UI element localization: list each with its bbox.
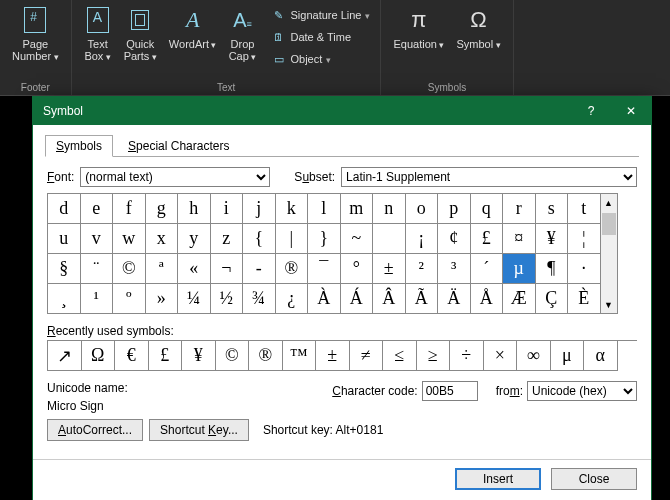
grid-scrollbar[interactable]: ▲ ▼ bbox=[601, 193, 618, 314]
recent-cell[interactable]: × bbox=[484, 341, 518, 371]
char-cell[interactable]: ¢ bbox=[438, 224, 471, 254]
autocorrect-button[interactable]: AutoCorrect... bbox=[47, 419, 143, 441]
char-cell[interactable]: ¾ bbox=[243, 284, 276, 314]
char-cell[interactable]: ¯ bbox=[308, 254, 341, 284]
close-button[interactable]: Close bbox=[551, 468, 637, 490]
char-cell[interactable]: j bbox=[243, 194, 276, 224]
char-cell[interactable]: £ bbox=[471, 224, 504, 254]
char-cell[interactable]: ¸ bbox=[48, 284, 81, 314]
char-cell[interactable]: k bbox=[276, 194, 309, 224]
char-cell[interactable]: ° bbox=[341, 254, 374, 284]
char-cell[interactable]: e bbox=[81, 194, 114, 224]
char-cell[interactable]: w bbox=[113, 224, 146, 254]
char-cell[interactable]: h bbox=[178, 194, 211, 224]
recent-cell[interactable]: ÷ bbox=[450, 341, 484, 371]
char-cell[interactable]: l bbox=[308, 194, 341, 224]
char-cell[interactable]: o bbox=[406, 194, 439, 224]
char-cell[interactable]: § bbox=[48, 254, 81, 284]
page-number-button[interactable]: # Page Number bbox=[6, 2, 65, 72]
char-cell[interactable]: ¦ bbox=[568, 224, 601, 254]
recent-cell[interactable]: ± bbox=[316, 341, 350, 371]
char-cell[interactable]: ¥ bbox=[536, 224, 569, 254]
char-cell[interactable]: q bbox=[471, 194, 504, 224]
char-cell[interactable]: Â bbox=[373, 284, 406, 314]
char-cell[interactable]: d bbox=[48, 194, 81, 224]
char-cell[interactable]: Æ bbox=[503, 284, 536, 314]
recent-cell[interactable]: © bbox=[216, 341, 250, 371]
char-cell[interactable]: } bbox=[308, 224, 341, 254]
help-button[interactable]: ? bbox=[571, 97, 611, 125]
recent-cell[interactable]: α bbox=[584, 341, 618, 371]
drop-cap-button[interactable]: A≡ Drop Cap bbox=[223, 2, 263, 72]
char-cell[interactable]: À bbox=[308, 284, 341, 314]
char-cell[interactable]: ³ bbox=[438, 254, 471, 284]
scroll-up-button[interactable]: ▲ bbox=[601, 194, 617, 211]
char-cell[interactable]: t bbox=[568, 194, 601, 224]
tab-special-characters[interactable]: Special Characters bbox=[117, 135, 240, 157]
recent-cell[interactable]: ≠ bbox=[350, 341, 384, 371]
char-cell[interactable]: u bbox=[48, 224, 81, 254]
char-cell[interactable]: ~ bbox=[341, 224, 374, 254]
char-cell[interactable]: º bbox=[113, 284, 146, 314]
char-cell[interactable]: v bbox=[81, 224, 114, 254]
subset-select[interactable]: Latin-1 Supplement bbox=[341, 167, 637, 187]
char-cell[interactable]: ¼ bbox=[178, 284, 211, 314]
recent-cell[interactable]: ≤ bbox=[383, 341, 417, 371]
recent-cell[interactable]: ↗ bbox=[48, 341, 82, 371]
char-cell[interactable]: » bbox=[146, 284, 179, 314]
symbol-button[interactable]: Ω Symbol bbox=[450, 2, 506, 72]
char-cell[interactable] bbox=[373, 224, 406, 254]
font-select[interactable]: (normal text) bbox=[80, 167, 270, 187]
recent-cell[interactable]: ≥ bbox=[417, 341, 451, 371]
equation-button[interactable]: π Equation bbox=[387, 2, 450, 72]
char-cell[interactable]: z bbox=[211, 224, 244, 254]
recent-cell[interactable]: £ bbox=[149, 341, 183, 371]
recent-cell[interactable]: ∞ bbox=[517, 341, 551, 371]
char-cell[interactable]: { bbox=[243, 224, 276, 254]
wordart-button[interactable]: A WordArt bbox=[163, 2, 223, 72]
char-code-input[interactable] bbox=[422, 381, 478, 401]
dialog-titlebar[interactable]: Symbol ? ✕ bbox=[33, 97, 651, 125]
char-cell[interactable]: g bbox=[146, 194, 179, 224]
scroll-down-button[interactable]: ▼ bbox=[601, 296, 617, 313]
shortcut-key-button[interactable]: Shortcut Key... bbox=[149, 419, 249, 441]
character-grid[interactable]: defghijklmnopqrstuvwxyz{|}~¡¢£¤¥¦§¨©ª«¬-… bbox=[47, 193, 601, 314]
char-cell[interactable]: Å bbox=[471, 284, 504, 314]
char-cell[interactable]: ¶ bbox=[536, 254, 569, 284]
char-cell[interactable]: - bbox=[243, 254, 276, 284]
quick-parts-button[interactable]: Quick Parts bbox=[118, 2, 163, 72]
char-cell[interactable]: m bbox=[341, 194, 374, 224]
char-cell[interactable]: È bbox=[568, 284, 601, 314]
scroll-track[interactable] bbox=[601, 211, 617, 296]
char-cell[interactable]: ´ bbox=[471, 254, 504, 284]
char-cell[interactable]: ® bbox=[276, 254, 309, 284]
char-cell[interactable]: ¤ bbox=[503, 224, 536, 254]
char-cell[interactable]: i bbox=[211, 194, 244, 224]
char-cell[interactable]: Ã bbox=[406, 284, 439, 314]
date-time-button[interactable]: 🗓 Date & Time bbox=[267, 28, 375, 46]
char-cell[interactable]: s bbox=[536, 194, 569, 224]
char-cell[interactable]: x bbox=[146, 224, 179, 254]
char-cell[interactable]: ½ bbox=[211, 284, 244, 314]
tab-symbols[interactable]: Symbols bbox=[45, 135, 113, 157]
recent-grid[interactable]: ↗Ω€£¥©®™±≠≤≥÷×∞μα bbox=[47, 340, 637, 371]
char-cell[interactable]: ± bbox=[373, 254, 406, 284]
char-cell[interactable]: ¿ bbox=[276, 284, 309, 314]
recent-cell[interactable]: ¥ bbox=[182, 341, 216, 371]
char-cell[interactable]: Ç bbox=[536, 284, 569, 314]
char-cell[interactable]: ¡ bbox=[406, 224, 439, 254]
signature-line-button[interactable]: ✎ Signature Line bbox=[267, 6, 375, 24]
recent-cell[interactable]: μ bbox=[551, 341, 585, 371]
text-box-button[interactable]: A Text Box bbox=[78, 2, 118, 72]
recent-cell[interactable]: ® bbox=[249, 341, 283, 371]
object-button[interactable]: ▭ Object bbox=[267, 50, 375, 68]
insert-button[interactable]: Insert bbox=[455, 468, 541, 490]
recent-cell[interactable]: ™ bbox=[283, 341, 317, 371]
scroll-thumb[interactable] bbox=[602, 213, 616, 235]
char-cell[interactable]: « bbox=[178, 254, 211, 284]
char-cell[interactable]: · bbox=[568, 254, 601, 284]
char-cell[interactable]: © bbox=[113, 254, 146, 284]
char-cell[interactable]: | bbox=[276, 224, 309, 254]
char-cell[interactable]: y bbox=[178, 224, 211, 254]
close-x-button[interactable]: ✕ bbox=[611, 97, 651, 125]
